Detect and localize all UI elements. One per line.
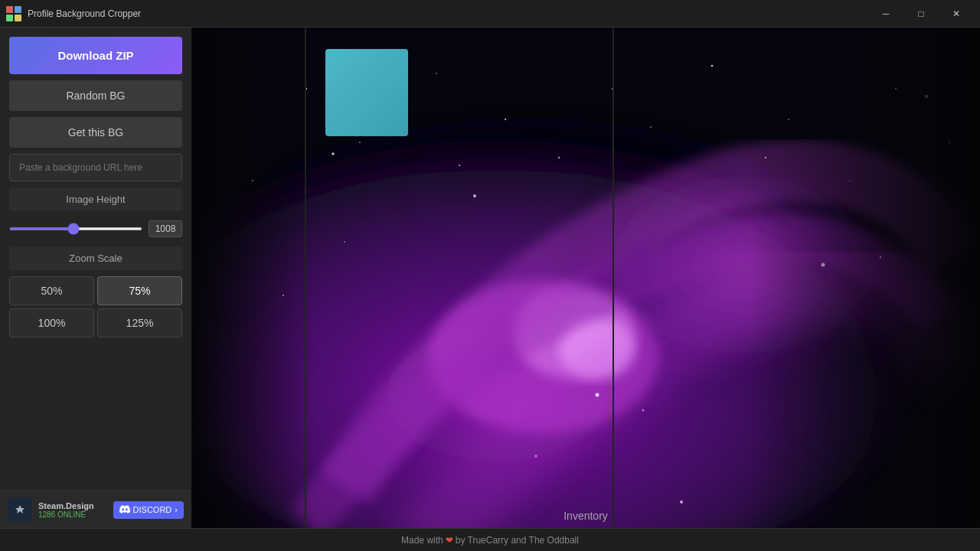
steam-design-name: Steam.Design — [38, 501, 107, 510]
random-bg-button[interactable]: Random BG — [9, 80, 182, 111]
svg-rect-39 — [191, 28, 314, 528]
svg-point-24 — [558, 157, 560, 158]
svg-point-17 — [711, 65, 714, 67]
zoom-100-button[interactable]: 100% — [9, 308, 94, 337]
discord-button[interactable]: DISCORD › — [113, 501, 184, 519]
main-content: Inventory — [191, 28, 980, 528]
svg-point-14 — [436, 73, 436, 73]
svg-point-37 — [534, 455, 537, 458]
svg-rect-2 — [6, 15, 13, 21]
statusbar-text-before: Made with — [401, 535, 443, 546]
svg-rect-0 — [6, 6, 13, 13]
inventory-label: Inventory — [564, 510, 608, 522]
svg-rect-1 — [15, 6, 21, 13]
galaxy-background — [191, 28, 980, 528]
titlebar: Profile Background Cropper ─ □ ✕ — [0, 0, 980, 28]
svg-point-33 — [332, 152, 335, 155]
zoom-50-button[interactable]: 50% — [9, 276, 94, 305]
left-divider — [305, 28, 306, 528]
zoom-scale-grid: 50% 75% 100% 125% — [9, 276, 182, 337]
svg-point-26 — [344, 241, 345, 243]
svg-rect-40 — [750, 28, 980, 528]
steam-info: Steam.Design 1286 ONLINE — [38, 501, 107, 519]
svg-point-35 — [680, 500, 683, 504]
image-height-label: Image Height — [9, 187, 182, 211]
sidebar-footer: Steam.Design 1286 ONLINE DISCORD › — [0, 491, 191, 528]
svg-point-36 — [642, 409, 645, 412]
titlebar-controls: ─ □ ✕ — [868, 0, 974, 28]
download-zip-button[interactable]: Download ZIP — [9, 37, 182, 74]
svg-point-32 — [473, 194, 476, 197]
discord-arrow: › — [175, 505, 178, 514]
image-height-slider-row: 1008 — [9, 217, 182, 240]
steam-online-count: 1286 ONLINE — [38, 510, 107, 519]
svg-point-12 — [359, 142, 361, 143]
steam-design-logo — [8, 497, 32, 522]
zoom-scale-label: Zoom Scale — [9, 246, 182, 270]
sidebar: Download ZIP Random BG Get this BG Image… — [0, 28, 191, 528]
minimize-button[interactable]: ─ — [868, 0, 903, 28]
discord-icon — [119, 505, 130, 515]
image-height-value: 1008 — [149, 220, 182, 237]
preview-area: Inventory — [191, 28, 980, 528]
zoom-125-button[interactable]: 125% — [97, 308, 182, 337]
titlebar-title: Profile Background Cropper — [28, 8, 868, 19]
url-input[interactable] — [9, 154, 182, 181]
app-icon — [6, 6, 21, 21]
svg-point-25 — [459, 165, 460, 166]
discord-label: DISCORD — [133, 505, 172, 514]
profile-preview-box — [325, 49, 408, 136]
svg-point-23 — [650, 126, 652, 128]
svg-point-15 — [505, 119, 506, 120]
right-divider — [612, 28, 614, 528]
statusbar: Made with ❤ by TrueCarry and The Oddball — [0, 528, 980, 551]
image-height-slider[interactable] — [9, 227, 142, 230]
svg-rect-3 — [15, 15, 21, 21]
statusbar-text-after: by TrueCarry and The Oddball — [456, 535, 579, 546]
zoom-75-button[interactable]: 75% — [97, 276, 182, 305]
close-button[interactable]: ✕ — [939, 0, 974, 28]
get-bg-button[interactable]: Get this BG — [9, 117, 182, 148]
svg-point-38 — [596, 393, 599, 397]
heart-icon: ❤ — [446, 535, 453, 546]
maximize-button[interactable]: □ — [903, 0, 939, 28]
